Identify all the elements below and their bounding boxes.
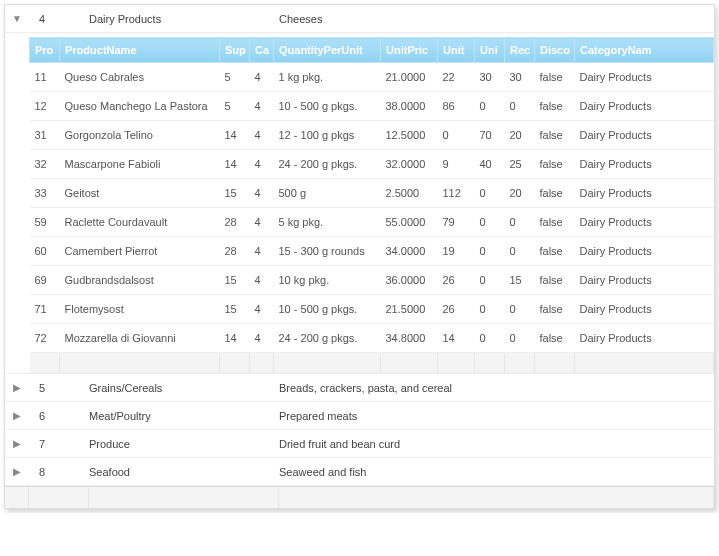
cell-catn: Dairy Products xyxy=(575,208,714,237)
cell-sup: 5 xyxy=(220,63,250,92)
category-row[interactable]: ▶ 7 Produce Dried fruit and bean curd xyxy=(5,430,714,458)
cell-name: Flotemysost xyxy=(60,295,220,324)
cell-price: 21.0000 xyxy=(381,63,438,92)
expand-icon[interactable]: ▶ xyxy=(5,382,29,393)
cell-price: 38.0000 xyxy=(381,92,438,121)
cell-uis: 14 xyxy=(438,324,475,353)
col-discontinued[interactable]: Disco xyxy=(535,38,575,63)
table-row[interactable]: 31Gorgonzola Telino14412 - 100 g pkgs12.… xyxy=(30,121,714,150)
cell-rec: 0 xyxy=(505,208,535,237)
expand-icon[interactable]: ▶ xyxy=(5,438,29,449)
category-row[interactable]: ▼ 4 Dairy Products Cheeses xyxy=(5,5,714,33)
table-row[interactable]: 12Queso Manchego La Pastora5410 - 500 g … xyxy=(30,92,714,121)
cell-pid: 12 xyxy=(30,92,60,121)
cell-sup: 15 xyxy=(220,295,250,324)
cell-uis: 79 xyxy=(438,208,475,237)
table-row[interactable]: 11Queso Cabrales541 kg pkg.21.0000223030… xyxy=(30,63,714,92)
cell-uoo: 0 xyxy=(475,266,505,295)
detail-summary-row xyxy=(30,353,714,373)
cell-qpu: 5 kg pkg. xyxy=(274,208,381,237)
collapse-icon[interactable]: ▼ xyxy=(5,13,29,24)
table-row[interactable]: 32Mascarpone Fabioli14424 - 200 g pkgs.3… xyxy=(30,150,714,179)
category-name: Dairy Products xyxy=(89,13,279,25)
table-row[interactable]: 60Camembert Pierrot28415 - 300 g rounds3… xyxy=(30,237,714,266)
cell-name: Camembert Pierrot xyxy=(60,237,220,266)
cell-name: Gudbrandsdalsost xyxy=(60,266,220,295)
cell-rec: 20 xyxy=(505,121,535,150)
cell-name: Queso Manchego La Pastora xyxy=(60,92,220,121)
col-quantity-per-unit[interactable]: QuantityPerUnit xyxy=(274,38,381,63)
cell-uoo: 0 xyxy=(475,208,505,237)
cell-sup: 15 xyxy=(220,266,250,295)
col-unit-price[interactable]: UnitPric xyxy=(381,38,438,63)
cell-cat: 4 xyxy=(250,121,274,150)
cell-cat: 4 xyxy=(250,295,274,324)
cell-cat: 4 xyxy=(250,179,274,208)
category-row[interactable]: ▶ 5 Grains/Cereals Breads, crackers, pas… xyxy=(5,374,714,402)
cell-sup: 14 xyxy=(220,324,250,353)
cell-cat: 4 xyxy=(250,92,274,121)
cell-qpu: 24 - 200 g pkgs. xyxy=(274,150,381,179)
category-row[interactable]: ▶ 8 Seafood Seaweed and fish xyxy=(5,458,714,486)
cell-sup: 14 xyxy=(220,150,250,179)
category-desc: Dried fruit and bean curd xyxy=(279,438,714,450)
cell-pid: 59 xyxy=(30,208,60,237)
cell-uis: 26 xyxy=(438,295,475,324)
col-product-name[interactable]: ProductName xyxy=(60,38,220,63)
cell-disc: false xyxy=(535,63,575,92)
col-units-in-stock[interactable]: Unit xyxy=(438,38,475,63)
cell-qpu: 500 g xyxy=(274,179,381,208)
cell-cat: 4 xyxy=(250,63,274,92)
col-reorder[interactable]: Rec xyxy=(505,38,535,63)
cell-qpu: 1 kg pkg. xyxy=(274,63,381,92)
cell-catn: Dairy Products xyxy=(575,237,714,266)
cell-uis: 0 xyxy=(438,121,475,150)
cell-pid: 60 xyxy=(30,237,60,266)
cell-qpu: 10 - 500 g pkgs. xyxy=(274,295,381,324)
cell-pid: 72 xyxy=(30,324,60,353)
cell-uoo: 0 xyxy=(475,179,505,208)
col-supplier[interactable]: Sup xyxy=(220,38,250,63)
cell-qpu: 15 - 300 g rounds xyxy=(274,237,381,266)
category-desc: Breads, crackers, pasta, and cereal xyxy=(279,382,714,394)
cell-cat: 4 xyxy=(250,266,274,295)
expand-icon[interactable]: ▶ xyxy=(5,410,29,421)
cell-rec: 0 xyxy=(505,237,535,266)
cell-uoo: 0 xyxy=(475,237,505,266)
cell-pid: 33 xyxy=(30,179,60,208)
cell-rec: 0 xyxy=(505,295,535,324)
cell-qpu: 10 kg pkg. xyxy=(274,266,381,295)
category-id: 6 xyxy=(29,410,89,422)
cell-price: 34.0000 xyxy=(381,237,438,266)
product-table: Pro ProductName Sup Ca QuantityPerUnit U… xyxy=(29,37,714,373)
cell-catn: Dairy Products xyxy=(575,121,714,150)
cell-price: 32.0000 xyxy=(381,150,438,179)
cell-cat: 4 xyxy=(250,208,274,237)
category-id: 4 xyxy=(29,13,89,25)
table-row[interactable]: 33Geitost154500 g2.5000112020falseDairy … xyxy=(30,179,714,208)
cell-uis: 26 xyxy=(438,266,475,295)
col-category-name[interactable]: CategoryNam xyxy=(575,38,714,63)
cell-cat: 4 xyxy=(250,150,274,179)
col-units-on-order[interactable]: Uni xyxy=(475,38,505,63)
category-desc: Seaweed and fish xyxy=(279,466,714,478)
category-row[interactable]: ▶ 6 Meat/Poultry Prepared meats xyxy=(5,402,714,430)
category-id: 7 xyxy=(29,438,89,450)
cell-uis: 22 xyxy=(438,63,475,92)
col-category[interactable]: Ca xyxy=(250,38,274,63)
category-id: 5 xyxy=(29,382,89,394)
cell-sup: 28 xyxy=(220,237,250,266)
cell-name: Raclette Courdavault xyxy=(60,208,220,237)
cell-pid: 31 xyxy=(30,121,60,150)
expand-icon[interactable]: ▶ xyxy=(5,466,29,477)
category-name: Seafood xyxy=(89,466,279,478)
cell-uis: 112 xyxy=(438,179,475,208)
table-row[interactable]: 72Mozzarella di Giovanni14424 - 200 g pk… xyxy=(30,324,714,353)
cell-rec: 20 xyxy=(505,179,535,208)
cell-disc: false xyxy=(535,237,575,266)
table-row[interactable]: 59Raclette Courdavault2845 kg pkg.55.000… xyxy=(30,208,714,237)
table-row[interactable]: 71Flotemysost15410 - 500 g pkgs.21.50002… xyxy=(30,295,714,324)
col-product-id[interactable]: Pro xyxy=(30,38,60,63)
category-name: Produce xyxy=(89,438,279,450)
table-row[interactable]: 69Gudbrandsdalsost15410 kg pkg.36.000026… xyxy=(30,266,714,295)
